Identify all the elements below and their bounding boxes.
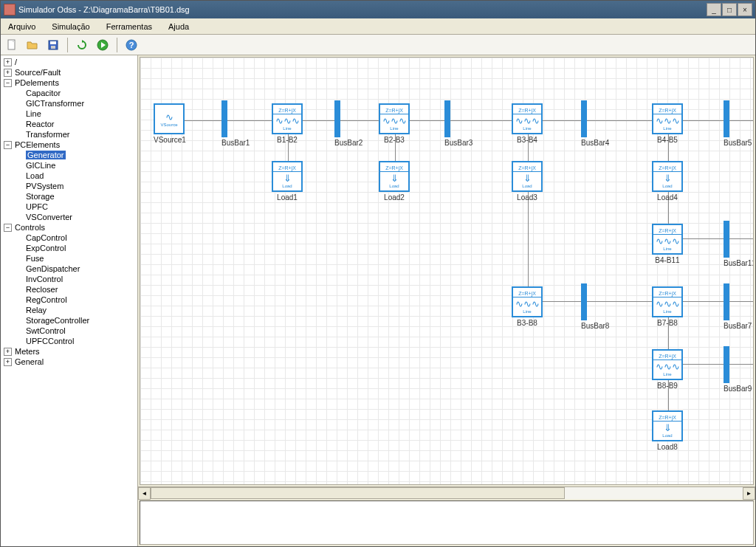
title-bar: Simulador Odss - Z:\DiagramaBarra\T9B01.… (1, 1, 755, 18)
block-busbar4[interactable]: BusBar4 (581, 100, 609, 147)
scroll-right-button[interactable]: ► (743, 487, 755, 500)
tree-upfc[interactable]: UPFC (1, 202, 137, 212)
tree-reactor[interactable]: Reactor (1, 119, 137, 129)
tree-relay[interactable]: Relay (1, 305, 137, 315)
block-load4[interactable]: Z=R+jX⇓Load Load4 (652, 161, 683, 202)
block-load8[interactable]: Z=R+jX⇓Load Load8 (652, 410, 683, 451)
open-button[interactable] (24, 37, 41, 53)
tree-storage[interactable]: Storage (1, 191, 137, 202)
block-busbar7[interactable]: BusBar7 (724, 283, 752, 330)
block-busbar5[interactable]: BusBar5 (724, 100, 752, 147)
tree-vsconverter[interactable]: VSConverter (1, 212, 137, 222)
menu-simulacao[interactable]: Simulação (49, 21, 92, 32)
block-busbar11[interactable]: BusBar11 (724, 221, 754, 267)
tree-gendispatcher[interactable]: GenDispatcher (1, 264, 137, 274)
tree-fuse[interactable]: Fuse (1, 253, 137, 264)
help-button[interactable]: ? (123, 37, 140, 53)
block-load2[interactable]: Z=R+jX⇓Load Load2 (379, 161, 410, 202)
block-b7b8[interactable]: Z=R+jX∿∿∿Line B7-B8 (652, 286, 683, 327)
tree-recloser[interactable]: Recloser (1, 284, 137, 295)
tree-controls[interactable]: −Controls (1, 222, 137, 233)
block-vsource1[interactable]: ∿VSource VSource1 (154, 103, 186, 144)
block-busbar2[interactable]: BusBar2 (334, 100, 362, 147)
tree-general[interactable]: +General (1, 357, 137, 367)
menu-ajuda[interactable]: Ajuda (165, 21, 192, 32)
tree-capcontrol[interactable]: CapControl (1, 233, 137, 243)
tree-storagecontroller[interactable]: StorageController (1, 315, 137, 326)
block-load1[interactable]: Z=R+jX⇓Load Load1 (272, 161, 303, 202)
help-icon: ? (126, 39, 137, 51)
tree-pdelements[interactable]: −PDelements (1, 78, 137, 88)
wire (513, 301, 754, 302)
save-button[interactable] (45, 37, 61, 53)
block-load3[interactable]: Z=R+jX⇓Load Load3 (512, 161, 543, 202)
toolbar: ? (1, 35, 755, 55)
minimize-button[interactable]: _ (707, 3, 721, 16)
tree-gictransformer[interactable]: GICTransformer (1, 98, 137, 109)
menu-bar: Arquivo Simulação Ferramentas Ajuda (1, 18, 755, 35)
svg-rect-3 (51, 46, 55, 49)
menu-ferramentas[interactable]: Ferramentas (103, 21, 155, 32)
tree-sourcefault[interactable]: +Source/Fault (1, 67, 137, 78)
tree-generator[interactable]: Generator (1, 150, 137, 160)
app-window: Simulador Odss - Z:\DiagramaBarra\T9B01.… (0, 0, 756, 547)
tree-gicline[interactable]: GICLine (1, 160, 137, 171)
svg-rect-2 (50, 41, 56, 44)
block-b3b8[interactable]: Z=R+jX∿∿∿Line B3-B8 (512, 286, 543, 327)
app-icon (4, 4, 16, 16)
block-b8b9[interactable]: Z=R+jX∿∿∿Line B8-B9 (652, 349, 683, 390)
play-icon (97, 39, 109, 51)
tree-pcelements[interactable]: −PCElements (1, 140, 137, 150)
block-b3b4[interactable]: Z=R+jX∿∿∿Line B3-B4 (512, 103, 543, 144)
tree-upfccontrol[interactable]: UPFCControl (1, 336, 137, 346)
diagram-canvas[interactable]: ∿VSource VSource1 BusBar1 Z=R+jX∿∿∿Line … (140, 57, 754, 485)
block-busbar9[interactable]: BusBar9 (724, 346, 752, 393)
tree-transformer[interactable]: Transformer (1, 129, 137, 140)
block-busbar1[interactable]: BusBar1 (221, 100, 250, 147)
svg-text:?: ? (129, 41, 134, 49)
new-button[interactable] (4, 37, 20, 53)
maximize-button[interactable]: □ (722, 3, 737, 16)
wire (528, 120, 529, 301)
block-busbar3[interactable]: BusBar3 (444, 100, 472, 147)
tree-capacitor[interactable]: Capacitor (1, 88, 137, 98)
tree-load[interactable]: Load (1, 171, 137, 181)
toolbar-sep2 (117, 38, 117, 52)
menu-arquivo[interactable]: Arquivo (5, 21, 38, 32)
tree-expcontrol[interactable]: ExpControl (1, 243, 137, 253)
tree-meters[interactable]: +Meters (1, 346, 137, 357)
window-title: Simulador Odss - Z:\DiagramaBarra\T9B01.… (18, 5, 707, 14)
tree-line[interactable]: Line (1, 109, 137, 119)
new-doc-icon (6, 39, 18, 51)
toolbar-sep1 (67, 38, 68, 52)
save-icon (47, 39, 59, 51)
h-scrollbar[interactable]: ◄ ► (138, 486, 755, 499)
tree-pvsystem[interactable]: PVSystem (1, 181, 137, 191)
scroll-left-button[interactable]: ◄ (138, 487, 151, 500)
block-busbar8[interactable]: BusBar8 (581, 283, 609, 330)
block-b4b11[interactable]: Z=R+jX∿∿∿Line B4-B11 (652, 224, 683, 264)
scroll-thumb[interactable] (151, 487, 565, 499)
close-button[interactable]: × (738, 3, 752, 16)
refresh-button[interactable] (74, 37, 90, 53)
block-b4b5[interactable]: Z=R+jX∿∿∿Line B4-B5 (652, 103, 683, 144)
tree-swtcontrol[interactable]: SwtControl (1, 326, 137, 336)
block-b1b2[interactable]: Z=R+jX∿∿∿Line B1-B2 (272, 103, 303, 144)
run-button[interactable] (94, 37, 111, 53)
output-panel[interactable] (140, 500, 754, 545)
sidebar-tree[interactable]: +/ +Source/Fault −PDelements Capacitor G… (1, 55, 138, 546)
tree-root[interactable]: +/ (1, 57, 137, 67)
tree-invcontrol[interactable]: InvControl (1, 274, 137, 284)
tree-regcontrol[interactable]: RegControl (1, 295, 137, 305)
open-folder-icon (27, 39, 38, 51)
block-b2b3[interactable]: Z=R+jX∿∿∿Line B2-B3 (379, 103, 410, 144)
refresh-icon (76, 39, 88, 51)
